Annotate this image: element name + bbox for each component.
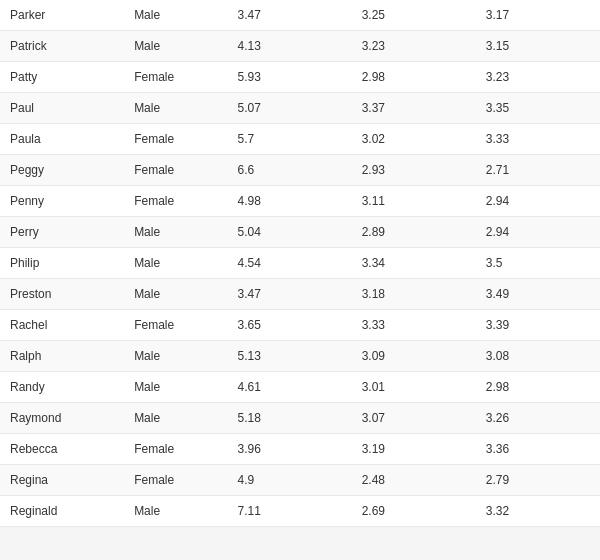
cell-name: Paul: [0, 93, 124, 124]
cell-col3: 7.11: [228, 496, 352, 527]
cell-col4: 3.01: [352, 372, 476, 403]
cell-col3: 4.98: [228, 186, 352, 217]
table-row: Ralph Male 5.13 3.09 3.08: [0, 341, 600, 372]
cell-col5: 3.15: [476, 31, 600, 62]
cell-name: Peggy: [0, 155, 124, 186]
cell-col5: 3.39: [476, 310, 600, 341]
cell-gender: Female: [124, 124, 227, 155]
table-row: Philip Male 4.54 3.34 3.5: [0, 248, 600, 279]
cell-col5: 3.26: [476, 403, 600, 434]
table-row: Rebecca Female 3.96 3.19 3.36: [0, 434, 600, 465]
cell-col4: 2.98: [352, 62, 476, 93]
cell-name: Parker: [0, 0, 124, 31]
cell-col3: 6.6: [228, 155, 352, 186]
cell-col5: 3.32: [476, 496, 600, 527]
cell-gender: Male: [124, 217, 227, 248]
cell-gender: Male: [124, 403, 227, 434]
cell-col3: 3.96: [228, 434, 352, 465]
cell-col4: 3.25: [352, 0, 476, 31]
cell-col5: 3.08: [476, 341, 600, 372]
cell-gender: Male: [124, 496, 227, 527]
cell-col4: 3.18: [352, 279, 476, 310]
cell-col5: 2.94: [476, 217, 600, 248]
cell-gender: Female: [124, 434, 227, 465]
table-row: Patty Female 5.93 2.98 3.23: [0, 62, 600, 93]
cell-name: Raymond: [0, 403, 124, 434]
cell-col3: 5.7: [228, 124, 352, 155]
cell-col4: 2.89: [352, 217, 476, 248]
cell-name: Rebecca: [0, 434, 124, 465]
cell-col3: 5.18: [228, 403, 352, 434]
cell-gender: Male: [124, 279, 227, 310]
cell-col4: 2.69: [352, 496, 476, 527]
cell-name: Ralph: [0, 341, 124, 372]
cell-col3: 5.07: [228, 93, 352, 124]
cell-col3: 5.93: [228, 62, 352, 93]
cell-col3: 3.47: [228, 0, 352, 31]
cell-gender: Male: [124, 341, 227, 372]
cell-col4: 3.37: [352, 93, 476, 124]
table-row: Perry Male 5.04 2.89 2.94: [0, 217, 600, 248]
table-container: Parker Male 3.47 3.25 3.17 Patrick Male …: [0, 0, 600, 527]
cell-col4: 3.02: [352, 124, 476, 155]
cell-col4: 3.09: [352, 341, 476, 372]
cell-gender: Female: [124, 310, 227, 341]
cell-col3: 3.65: [228, 310, 352, 341]
cell-col4: 3.23: [352, 31, 476, 62]
cell-name: Paula: [0, 124, 124, 155]
cell-col5: 2.94: [476, 186, 600, 217]
cell-name: Perry: [0, 217, 124, 248]
cell-col3: 3.47: [228, 279, 352, 310]
cell-col3: 5.04: [228, 217, 352, 248]
cell-col5: 3.23: [476, 62, 600, 93]
cell-name: Rachel: [0, 310, 124, 341]
cell-col5: 3.49: [476, 279, 600, 310]
cell-col5: 3.33: [476, 124, 600, 155]
table-row: Parker Male 3.47 3.25 3.17: [0, 0, 600, 31]
cell-gender: Male: [124, 0, 227, 31]
cell-col3: 4.54: [228, 248, 352, 279]
table-row: Peggy Female 6.6 2.93 2.71: [0, 155, 600, 186]
cell-col4: 3.07: [352, 403, 476, 434]
cell-col5: 2.98: [476, 372, 600, 403]
table-row: Reginald Male 7.11 2.69 3.32: [0, 496, 600, 527]
cell-col4: 3.33: [352, 310, 476, 341]
table-row: Patrick Male 4.13 3.23 3.15: [0, 31, 600, 62]
data-table: Parker Male 3.47 3.25 3.17 Patrick Male …: [0, 0, 600, 527]
cell-gender: Female: [124, 465, 227, 496]
cell-name: Preston: [0, 279, 124, 310]
cell-name: Regina: [0, 465, 124, 496]
table-row: Rachel Female 3.65 3.33 3.39: [0, 310, 600, 341]
cell-col4: 3.19: [352, 434, 476, 465]
cell-name: Patrick: [0, 31, 124, 62]
cell-col5: 3.5: [476, 248, 600, 279]
cell-name: Randy: [0, 372, 124, 403]
table-row: Paula Female 5.7 3.02 3.33: [0, 124, 600, 155]
cell-col3: 4.13: [228, 31, 352, 62]
cell-col4: 3.34: [352, 248, 476, 279]
cell-name: Penny: [0, 186, 124, 217]
table-row: Raymond Male 5.18 3.07 3.26: [0, 403, 600, 434]
cell-gender: Male: [124, 31, 227, 62]
cell-name: Patty: [0, 62, 124, 93]
cell-col3: 4.9: [228, 465, 352, 496]
table-row: Paul Male 5.07 3.37 3.35: [0, 93, 600, 124]
cell-col4: 3.11: [352, 186, 476, 217]
cell-col5: 2.79: [476, 465, 600, 496]
cell-gender: Male: [124, 93, 227, 124]
cell-gender: Male: [124, 248, 227, 279]
table-row: Randy Male 4.61 3.01 2.98: [0, 372, 600, 403]
cell-col4: 2.48: [352, 465, 476, 496]
table-row: Regina Female 4.9 2.48 2.79: [0, 465, 600, 496]
table-row: Penny Female 4.98 3.11 2.94: [0, 186, 600, 217]
cell-col5: 3.36: [476, 434, 600, 465]
cell-name: Reginald: [0, 496, 124, 527]
cell-col4: 2.93: [352, 155, 476, 186]
cell-col5: 2.71: [476, 155, 600, 186]
cell-col3: 4.61: [228, 372, 352, 403]
cell-name: Philip: [0, 248, 124, 279]
cell-gender: Female: [124, 186, 227, 217]
cell-gender: Male: [124, 372, 227, 403]
cell-gender: Female: [124, 155, 227, 186]
cell-col5: 3.35: [476, 93, 600, 124]
